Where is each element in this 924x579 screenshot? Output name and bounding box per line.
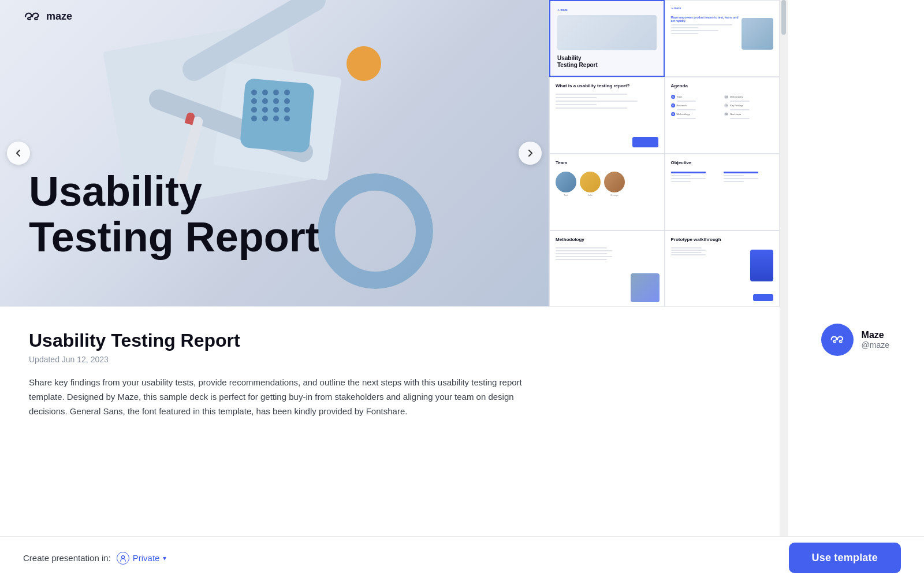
info-date: Updated Jun 12, 2023: [29, 355, 751, 364]
thumb-maze-logo-1: ∿ maze: [557, 8, 657, 12]
thumbnail-6-objective[interactable]: Objective: [665, 154, 780, 231]
thumbnail-2-intro[interactable]: ∿ maze Maze empowers product teams to te…: [665, 0, 780, 77]
thumbnail-panel: ∿ maze Usability Testing Report ∿ maze M…: [549, 0, 780, 306]
thumbnail-7-methodology[interactable]: Methodology: [549, 231, 665, 306]
workspace-selector[interactable]: Private ▾: [117, 552, 167, 565]
thumb-proto-screen: [750, 250, 773, 281]
thumb-agenda-cols: 01Team 02Research 03Methodology 04Delive…: [671, 95, 774, 119]
scrollbar[interactable]: [780, 0, 788, 579]
create-in-section: Create presentation in: Private ▾: [23, 552, 166, 565]
thumbnail-5-team[interactable]: Team Tess Julie George: [549, 154, 665, 231]
thumb-team-title: Team: [556, 160, 658, 166]
next-slide-button[interactable]: [519, 142, 542, 165]
author-avatar: [821, 324, 854, 356]
main-container: maze: [0, 0, 924, 579]
info-title: Usability Testing Report: [29, 330, 751, 351]
author-handle: @maze: [862, 340, 889, 350]
thumbnail-1-cover[interactable]: ∿ maze Usability Testing Report: [549, 0, 665, 77]
thumb-objective-title: Objective: [671, 160, 774, 166]
author-info: Maze @maze: [862, 330, 889, 350]
use-template-button[interactable]: Use template: [789, 543, 901, 573]
chevron-down-icon: ▾: [163, 554, 166, 562]
thumb-proto-title: Prototype walkthrough: [671, 237, 774, 243]
preview-area: Usability Testing Report: [0, 0, 549, 306]
workspace-icon: [117, 552, 129, 565]
cover-title: Usability Testing Report: [29, 169, 319, 260]
header: maze: [23, 10, 72, 23]
create-label: Create presentation in:: [23, 553, 111, 563]
author-name: Maze: [862, 330, 889, 340]
thumbnail-4-agenda[interactable]: Agenda 01Team 02Research 03Methodology 0…: [665, 77, 780, 154]
thumb-team-faces: Tess Julie George: [556, 172, 658, 196]
info-section: Usability Testing Report Updated Jun 12,…: [0, 306, 780, 441]
thumb-maze-logo-2: ∿ maze: [671, 6, 774, 10]
thumb-method-image: [631, 273, 660, 302]
maze-logo-icon: [23, 11, 42, 23]
prev-slide-button[interactable]: [7, 142, 30, 165]
bottom-bar: Create presentation in: Private ▾ Use te…: [0, 536, 924, 579]
thumb-intro-accent: Maze empowers product teams to test, lea…: [671, 16, 740, 23]
thumbnail-8-prototype[interactable]: Prototype walkthrough: [665, 231, 780, 306]
info-description: Share key findings from your usability t…: [29, 376, 526, 418]
cover-image: [0, 0, 549, 306]
thumb-agenda-title: Agenda: [671, 83, 774, 89]
logo-text: maze: [46, 10, 72, 23]
svg-point-0: [121, 555, 124, 558]
author-section: Maze @maze: [821, 324, 889, 356]
thumb-method-title: Methodology: [556, 237, 658, 243]
thumb-what-is-title: What is a usability testing report?: [556, 83, 658, 89]
thumbnail-3-what-is[interactable]: What is a usability testing report?: [549, 77, 665, 154]
thumb-cover-title: Usability Testing Report: [557, 55, 657, 69]
workspace-name: Private: [133, 553, 160, 563]
